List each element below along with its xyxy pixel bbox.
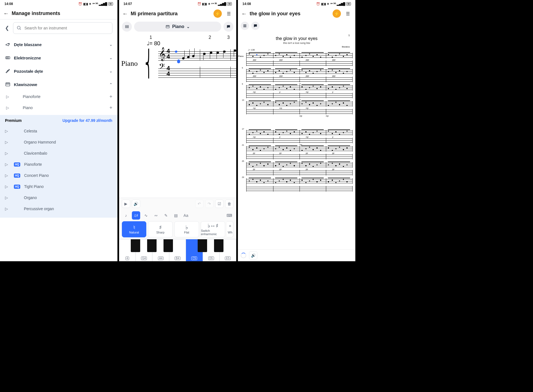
play-button[interactable]: ▶ [122,200,130,208]
play-icon[interactable]: ▷ [5,140,10,144]
accidental-palette: ♮Natural♯Sharp♭Flat♭↔♯Switch enharmonic°… [119,221,237,239]
black-key[interactable] [198,239,207,252]
back-arrow-icon[interactable]: ← [241,11,247,17]
play-icon[interactable]: ▷ [5,173,10,178]
back-arrow-icon[interactable]: ← [122,11,128,17]
treble-staff: pppppppp [247,162,353,168]
menu-icon[interactable]: ☰ [344,9,352,18]
svg-line-1 [20,29,21,30]
instrument-item[interactable]: ▷HQConcert Piano [5,170,112,181]
accidental-option[interactable]: ♭↔♯Switch enharmonic [201,221,225,237]
page-number: 1 [348,34,350,37]
comment-icon[interactable] [251,22,260,30]
dynamic-marking: mp [300,115,302,117]
instrument-item[interactable]: ▷ Pianoforte + [5,91,112,102]
measure-number: 21 [242,144,244,146]
ornament-tool-icon[interactable]: ✎ [162,211,170,220]
instrument-item[interactable]: ▷Organo [5,192,112,203]
key-label: 4 [125,257,129,260]
add-icon[interactable]: + [109,94,112,100]
instrument-item[interactable]: ▷Clavicembalo [5,148,112,159]
note[interactable] [175,50,178,53]
group-keyboard[interactable]: Klawiszowe ⌃ [5,78,112,91]
view-mode-icon[interactable] [122,22,132,32]
key-label: G4 [141,257,147,260]
black-key[interactable] [147,239,157,252]
treble-staff[interactable]: 𝄞 44 [158,49,236,61]
black-key[interactable] [164,239,173,252]
play-icon[interactable]: ▷ [5,151,10,155]
group-label: Pozostałe dęte [14,69,43,74]
select-button[interactable]: ☑ [215,200,223,208]
measure-num: 3 [227,35,230,40]
play-icon[interactable]: ▷ [5,162,10,167]
instrument-item[interactable]: ▷Organo Hammond [5,137,112,148]
accidental-tool-icon[interactable]: ♫♯ [132,211,140,220]
lightning-icon[interactable]: ⚡ [333,9,341,18]
collapse-caret-icon[interactable]: ❮ [5,25,9,31]
group-label: Klawiszowe [14,82,37,87]
undo-button[interactable]: ↶ [195,200,203,208]
menu-icon[interactable]: ☰ [225,9,233,18]
piano-icon [5,82,11,87]
redo-button[interactable]: ↷ [205,200,213,208]
accidental-option[interactable]: ♮Natural [122,221,147,237]
delete-button[interactable]: 🗑 [225,200,233,208]
add-icon[interactable]: + [109,105,112,111]
group-other-wind[interactable]: Pozostałe dęte ⌄ [5,64,112,78]
selected-note-handle[interactable] [177,59,180,63]
instrument-name: Clavicembalo [24,151,112,155]
keyboard-toggle-icon[interactable]: ⌨ [225,211,233,220]
play-icon[interactable]: ▷ [6,94,11,99]
dynamics-tool-icon[interactable]: ∿ [142,211,150,220]
lightning-icon[interactable]: ⚡ [213,9,222,18]
staff-system: Pianopppppppppppp [241,53,353,66]
accidental-option[interactable]: ♯Sharp [148,221,173,237]
instrument-item[interactable]: ▷HQTight Piano [5,181,112,192]
play-icon[interactable]: ▷ [5,184,10,189]
play-icon[interactable]: ▷ [5,195,10,200]
part-label: Piano [238,55,243,57]
bass-staff [247,170,353,175]
sound-button[interactable]: 🔊 [132,200,140,208]
group-brass[interactable]: Dęte blaszane ⌄ [5,38,112,51]
instrument-selector[interactable]: Piano ⌄ [134,22,222,32]
accidental-option[interactable]: °Wh [227,221,233,237]
status-time: 14:08 [4,2,13,6]
search-input[interactable] [24,26,109,30]
group-electronic[interactable]: Elektroniczne ⌄ [5,51,112,64]
note-tool-icon[interactable]: ♪ [122,211,130,220]
accidental-option[interactable]: ♭Flat [174,221,199,237]
status-bar: 14:07 ⏰ ▮▯▮ ✶ ᵛᵒ ⁵ᴳ ▂▄▆█ 80 [119,0,237,8]
search-box[interactable] [13,22,112,34]
piano-keyboard[interactable]: 4G4A4B4C5D5E5 [119,239,237,261]
instrument-item[interactable]: ▷HQPianoforte [5,159,112,170]
articulation-tool-icon[interactable]: ∾ [152,211,160,220]
bass-staff[interactable]: 𝄢 44 /*placeholder*/ [158,67,236,78]
text-tool-icon[interactable]: Aa [182,211,190,220]
sheet-page[interactable]: 1 the glow in your eyes this isn't a lov… [238,32,355,249]
score-canvas[interactable]: ♩= 80 Piano ⎨ 𝄞 44 [119,40,237,198]
play-icon[interactable]: ▷ [5,129,10,133]
treble-clef-icon: 𝄞 [159,47,166,61]
black-key[interactable] [131,239,140,252]
play-icon[interactable]: ▷ [5,207,10,211]
comment-icon[interactable] [223,22,233,32]
svg-rect-12 [168,25,168,27]
layout-tool-icon[interactable]: ▤ [172,211,180,220]
tempo-marking: ♩= 80 [147,40,160,47]
status-bar: 14:08 ⏰ ▮▯▮ ✶ ᵛᵒ ⁵ᴳ ▂▄▆█ 80 [238,0,355,8]
sound-button[interactable]: 🔊 [249,251,257,260]
trumpet-icon [5,42,11,47]
play-icon[interactable]: ▷ [6,105,11,110]
page-view-icon[interactable] [241,22,249,30]
black-key[interactable] [214,239,223,252]
status-icons: ⏰ ▮▯▮ ✶ ᵛᵒ ⁵ᴳ ▂▄▆█ 80 [197,2,232,6]
instrument-item[interactable]: ▷ Piano + [5,102,112,113]
instrument-item[interactable]: ▷Percussive organ [5,203,112,214]
upgrade-link[interactable]: Upgrade for 47.99 zł/month [62,118,112,123]
battery-icon: 80 [108,2,113,6]
bass-staff [247,61,353,66]
instrument-item[interactable]: ▷Celesta [5,125,112,137]
back-arrow-icon[interactable]: ← [3,10,9,17]
